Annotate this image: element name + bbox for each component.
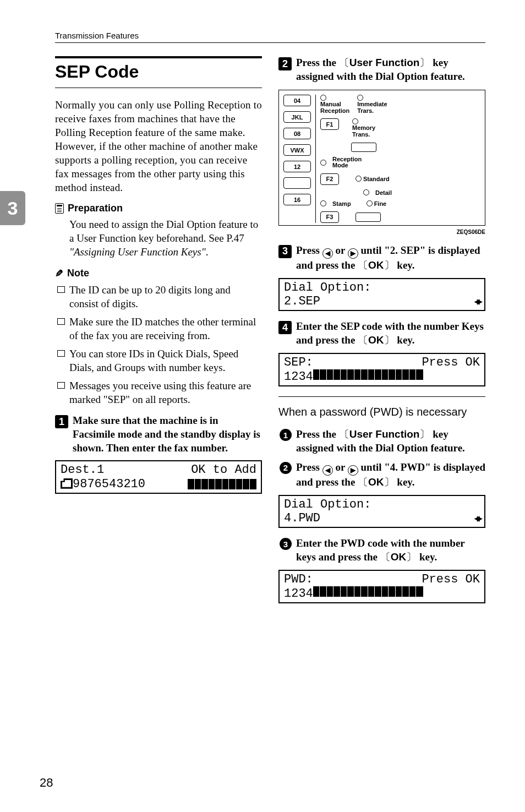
lcd-line1: Dial Option: (284, 281, 371, 295)
note-label: Note (67, 268, 89, 279)
substep-2: 2 Press ◀ or ▶ until "4. PWD" is display… (280, 461, 485, 489)
t: Press (296, 461, 322, 473)
step-4: 4 Enter the SEP code with the number Key… (278, 320, 485, 347)
right-arrow-icon: ▶ (348, 465, 358, 476)
preparation-label: Preparation (68, 203, 123, 214)
t: Manual Reception (320, 101, 349, 114)
lcd-dest-number: 9876543210 (61, 477, 145, 491)
t: key. (417, 551, 437, 563)
f3-key: F3 (320, 211, 339, 223)
intro-paragraph: Normally you can only use Polling Recept… (55, 98, 262, 195)
numkey: 16 (283, 194, 311, 205)
t: Press (296, 244, 322, 256)
lcd-pwd-digits: 1234 (284, 587, 313, 601)
left-right-arrow-icon (471, 295, 480, 308)
t: key. (395, 259, 415, 271)
lcd-blocks (313, 369, 423, 380)
fax-icon (61, 478, 73, 489)
substep-number-icon: 2 (280, 462, 292, 474)
panel-right-area: Manual Reception Immediate Trars. F1 Mem… (315, 95, 480, 222)
section-title: SEP Code (55, 56, 262, 88)
ok-key: OK (358, 334, 395, 346)
t: Standard (363, 176, 390, 182)
numkey: 12 (283, 161, 311, 172)
step-4-text: Enter the SEP code with the number Keys … (296, 320, 485, 347)
running-header: Transmission Features (55, 31, 485, 43)
lcd-dest-left: Dest.1 (61, 463, 104, 477)
control-panel-diagram: 04 JKL 08 VWX 12 16 Manual Reception Imm… (278, 90, 485, 225)
note-item: You can store IDs in Quick Dials, Speed … (55, 347, 262, 374)
lcd-line2: 2.SEP (284, 295, 320, 308)
panel-number-keys: 04 JKL 08 VWX 12 16 (283, 95, 311, 222)
left-right-arrow-icon (471, 511, 480, 525)
numkey: 08 (283, 128, 311, 139)
numkey: 04 (283, 95, 311, 106)
lcd-press-ok: Press OK (422, 573, 480, 586)
lcd-pwd-entry: PWD:Press OK 1234 (278, 570, 485, 604)
substep-3-text: Enter the PWD code with the number keys … (296, 537, 485, 564)
substep-2-text: Press ◀ or ▶ until "4. PWD" is displayed… (296, 461, 485, 489)
lcd-sep-label: SEP: (284, 356, 313, 369)
substep-number-icon: 1 (280, 429, 292, 441)
step-number-icon: 3 (278, 245, 292, 258)
lcd-press-ok: Press OK (422, 356, 480, 369)
panel-reception-mode: Reception Mode (332, 156, 362, 169)
numkey: JKL (283, 111, 311, 123)
lcd-blocks (313, 586, 423, 597)
lcd-line2: 4.PWD (284, 511, 320, 525)
numkey (283, 177, 311, 189)
preparation-body: You need to assign the Dial Option featu… (69, 217, 262, 259)
note-item: Make sure the ID matches the other termi… (55, 315, 262, 342)
chapter-tab: 3 (0, 191, 25, 225)
t: Fine (374, 200, 387, 207)
t: Press the (296, 57, 339, 68)
step-3: 3 Press ◀ or ▶ until "2. SEP" is display… (278, 244, 485, 273)
clipboard-icon (55, 203, 64, 214)
t: Memory Trans. (352, 125, 375, 138)
t: Detail (375, 189, 392, 196)
ok-key: OK (358, 476, 395, 488)
step-2-text: Press the User Function key assigned wit… (296, 56, 485, 83)
step-number-icon: 2 (278, 57, 292, 70)
t: key. (395, 476, 415, 488)
pencil-icon (55, 268, 63, 280)
panel-caption: ZEQS06DE (278, 229, 485, 235)
panel-memory: Memory Trans. (352, 118, 375, 138)
prep-text-a: You need to assign the Dial Option featu… (69, 219, 258, 244)
panel-detail: Detail (363, 189, 480, 196)
step-number-icon: 4 (278, 321, 292, 334)
lcd-blocks (188, 479, 256, 489)
ok-key: OK (358, 259, 395, 271)
lcd-dial-option-sep: Dial Option: 2.SEP (278, 278, 485, 312)
note-item: The ID can be up to 20 digits long and c… (55, 283, 262, 310)
panel-standard: Standard (356, 176, 390, 182)
panel-immediate: Immediate Trars. (357, 95, 387, 114)
prep-text-ref: "Assigning User Function Keys" (69, 246, 206, 258)
lcd-sep-digits: 1234 (284, 370, 313, 384)
panel-stamp: Stamp (332, 200, 351, 207)
prep-text-c: . (206, 246, 209, 258)
step-number-icon: 1 (55, 415, 68, 428)
lcd-line1: Dial Option: (284, 498, 371, 511)
step-3-text: Press ◀ or ▶ until "2. SEP" is displayed… (296, 244, 485, 273)
t: or (333, 244, 348, 256)
ok-key: OK (380, 551, 417, 563)
lcd-dial-option-pwd: Dial Option: 4.PWD (278, 495, 485, 528)
preparation-heading: Preparation (55, 203, 262, 214)
right-column: 2 Press the User Function key assigned w… (278, 56, 485, 603)
lcd-pwd-label: PWD: (284, 573, 313, 586)
t: Press the (296, 428, 339, 440)
f1-key: F1 (320, 118, 339, 130)
numkey: VWX (283, 144, 311, 156)
subsection-heading: When a password (PWD) is necessary (278, 396, 485, 419)
t: key. (395, 334, 415, 346)
substep-1-text: Press the User Function key assigned wit… (296, 428, 485, 455)
user-function-key: User Function (339, 57, 430, 68)
f2-key: F2 (320, 173, 339, 185)
right-arrow-icon: ▶ (348, 248, 358, 259)
lcd-dest: Dest.1 OK to Add 9876543210 (55, 460, 262, 494)
lcd-sep-entry: SEP:Press OK 1234 (278, 353, 485, 387)
step-1-text: Make sure that the machine is in Facsimi… (73, 414, 262, 455)
lcd-dest-digits: 9876543210 (73, 477, 145, 491)
substep-1: 1 Press the User Function key assigned w… (280, 428, 485, 455)
